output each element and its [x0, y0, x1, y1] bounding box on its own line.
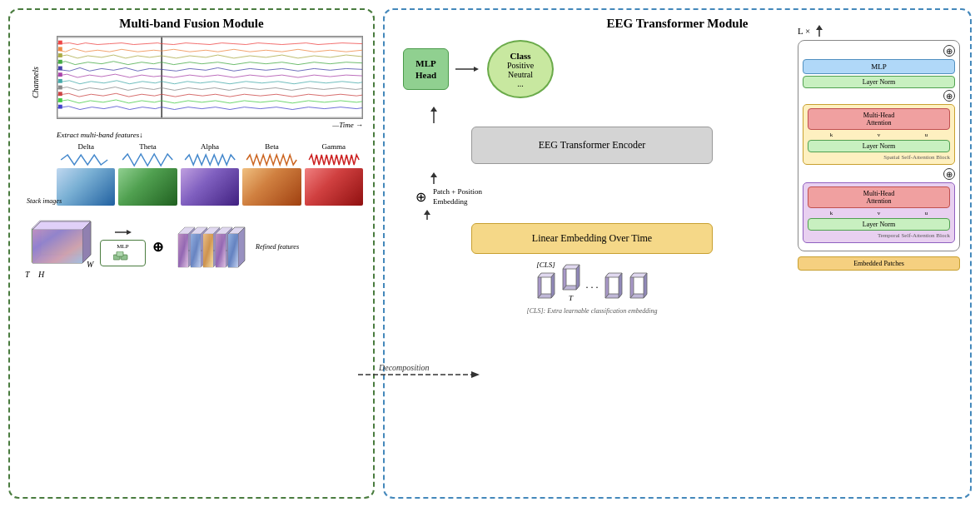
mlp-head-box: MLPHead: [403, 48, 449, 91]
multihead-spatial: Multi-HeadAttention: [808, 108, 950, 130]
svg-rect-4: [58, 53, 62, 57]
svg-rect-27: [32, 230, 82, 263]
svg-text:H: H: [37, 270, 45, 279]
svg-rect-10: [58, 92, 62, 96]
transformer-detail-panel: L × ⊕ MLP Layer Norm ⊕: [798, 25, 960, 490]
arrow-mlp-class: [455, 63, 480, 75]
add-temporal: ⊕: [803, 168, 955, 180]
svg-rect-0: [57, 37, 362, 117]
up-arrow2: [428, 172, 440, 184]
k-spatial: k: [830, 132, 833, 138]
class-dots: ...: [517, 79, 524, 88]
t-label: T: [569, 294, 573, 302]
svg-marker-88: [644, 273, 647, 298]
right-center: MLPHead Class Positive Neutral ...: [395, 40, 789, 490]
band-alpha: Alpha: [181, 142, 239, 206]
channels-label: Channels: [31, 67, 40, 98]
band-theta: Theta: [118, 142, 177, 206]
svg-rect-35: [117, 251, 123, 256]
patch2-container: [604, 269, 624, 302]
v-temporal: v: [878, 210, 881, 216]
plus-symbol-left: ⊕: [152, 239, 163, 255]
patches-dots: · · ·: [586, 281, 599, 294]
delta-label: Delta: [77, 142, 94, 151]
refined-3d: Refined features: [170, 209, 253, 284]
kvu-temporal: k v u: [808, 210, 950, 216]
add-circle-spatial: ⊕: [943, 90, 955, 102]
class-title: Class: [510, 51, 531, 61]
time-label: —Time →: [57, 121, 363, 129]
band-beta: Beta: [242, 142, 301, 206]
patch-position-label: Patch + PositionEmbedding: [433, 187, 482, 206]
svg-rect-55: [216, 234, 226, 267]
l-times-label: L ×: [798, 26, 810, 36]
up-arrow3-container: [421, 210, 433, 220]
right-module: EEG Transformer Module MLPHead Class Pos…: [383, 8, 972, 499]
left-module: Multi-band Fusion Module Channels: [8, 8, 375, 499]
up-arrow: [428, 107, 440, 123]
v-spatial: v: [878, 132, 881, 138]
svg-rect-60: [228, 234, 238, 267]
gamma-label: Gamma: [322, 142, 346, 151]
patches-row: [CLS] T: [536, 261, 649, 302]
svg-rect-40: [178, 234, 188, 267]
layer-norm-temporal: Layer Norm: [808, 218, 950, 231]
band-attention-label: MLP: [104, 243, 142, 250]
svg-marker-72: [424, 210, 430, 215]
add-top: ⊕: [803, 45, 955, 57]
beta-label: Beta: [265, 142, 279, 151]
extract-label: Extract multi-band features↓: [57, 131, 363, 139]
patch3-container: [629, 269, 649, 302]
plus-symbol-position: ⊕: [415, 189, 426, 205]
kvu-spatial: k v u: [808, 132, 950, 138]
class-box: Class Positive Neutral ...: [487, 40, 554, 98]
bottom-section: T H W Stack images MLP: [20, 209, 363, 284]
svg-rect-2: [58, 41, 62, 45]
left-module-title: Multi-band Fusion Module: [20, 17, 363, 31]
svg-rect-5: [58, 60, 62, 64]
mlp-block: MLP: [803, 59, 955, 74]
svg-marker-25: [32, 221, 91, 230]
svg-rect-45: [191, 234, 201, 267]
svg-rect-50: [203, 234, 213, 267]
stack-3d: T H W Stack images: [20, 209, 95, 284]
spatial-block: Multi-HeadAttention k v u Layer Norm Spa…: [803, 104, 955, 165]
patch3: [629, 269, 649, 302]
svg-rect-6: [58, 67, 62, 71]
add-circle-temporal: ⊕: [943, 168, 955, 180]
svg-marker-68: [430, 107, 437, 112]
svg-rect-11: [58, 98, 62, 102]
svg-marker-70: [430, 172, 437, 177]
outer-detail-box: ⊕ MLP Layer Norm ⊕ Multi-HeadAttention k…: [798, 40, 960, 251]
alpha-label: Alpha: [201, 142, 219, 151]
footnote: [CLS]: Extra learnable classification em…: [527, 307, 658, 315]
cls-patch: [536, 269, 556, 302]
u-temporal: u: [925, 210, 928, 216]
svg-rect-9: [58, 86, 62, 90]
svg-rect-3: [58, 47, 62, 51]
layer-norm-1: Layer Norm: [803, 76, 955, 88]
band-delta: Delta: [57, 142, 115, 206]
svg-marker-90: [816, 25, 823, 30]
l-times-row: L ×: [798, 25, 960, 37]
svg-marker-59: [238, 227, 245, 267]
up-arrow-container: [428, 107, 440, 123]
svg-text:W: W: [87, 260, 95, 269]
svg-marker-66: [474, 67, 479, 72]
t-patch-container: T: [561, 261, 581, 302]
theta-label: Theta: [139, 142, 157, 151]
patch2: [604, 269, 624, 302]
stack-label: Stack images: [27, 197, 62, 205]
spatial-label: Spatial Self-Attention Block: [808, 154, 950, 161]
add-spatial: ⊕: [803, 90, 955, 102]
band-row: Delta Theta Alpha: [57, 142, 363, 206]
layer-norm-spatial: Layer Norm: [808, 140, 950, 152]
class-neutral: Neutral: [508, 70, 533, 79]
k-temporal: k: [830, 210, 833, 216]
top-row: MLPHead Class Positive Neutral ...: [403, 40, 554, 98]
plus-position-row: ⊕ Patch + PositionEmbedding: [415, 187, 482, 206]
u-spatial: u: [925, 132, 928, 138]
right-module-title: EEG Transformer Module: [607, 17, 749, 31]
cls-label: [CLS]: [536, 261, 555, 269]
svg-marker-76: [551, 273, 555, 298]
